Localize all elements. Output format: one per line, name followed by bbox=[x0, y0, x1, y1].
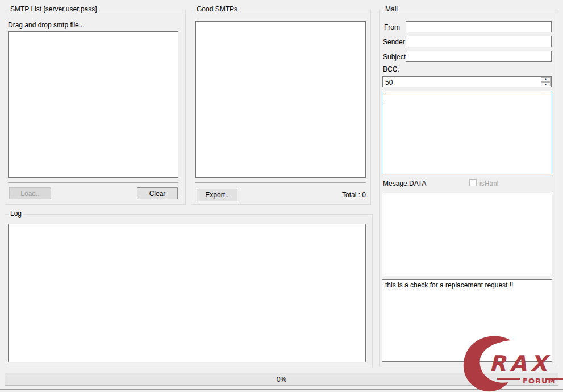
app-window: SMTP List [server,user,pass] Drag and dr… bbox=[0, 0, 563, 392]
smtp-listbox[interactable] bbox=[8, 31, 178, 178]
mail-group-title: Mail bbox=[383, 5, 399, 14]
progress-percent-label: 0% bbox=[277, 376, 286, 383]
drag-drop-hint: Drag and drop smtp file... bbox=[8, 21, 85, 29]
load-button[interactable]: Load.. bbox=[9, 187, 51, 199]
from-field[interactable] bbox=[406, 21, 552, 32]
good-smtps-group-title: Good SMTPs bbox=[195, 5, 239, 14]
subject-label: Subject bbox=[383, 53, 406, 61]
logo-main-text: RAX bbox=[489, 351, 551, 376]
message-data-label: Mesage:DATA bbox=[383, 180, 426, 187]
message-data-textarea[interactable] bbox=[382, 193, 552, 276]
smtp-list-group-title: SMTP List [server,user,pass] bbox=[9, 5, 99, 14]
logo-right-dash bbox=[545, 378, 563, 380]
bcc-stepper[interactable]: ▲ ▼ bbox=[382, 76, 552, 87]
ishtml-checkbox[interactable] bbox=[469, 179, 477, 186]
sender-label: Sender bbox=[383, 38, 405, 46]
chevron-up-icon[interactable]: ▲ bbox=[541, 77, 551, 82]
good-smtps-listbox[interactable] bbox=[195, 21, 366, 178]
ishtml-label: isHtml bbox=[479, 180, 498, 187]
clear-button[interactable]: Clear bbox=[137, 187, 178, 199]
good-smtps-separator bbox=[195, 182, 366, 183]
logo-left-dash bbox=[497, 378, 520, 380]
bcc-spin-buttons: ▲ ▼ bbox=[541, 77, 551, 86]
log-group-title: Log bbox=[9, 210, 23, 218]
total-count-label: Total : 0 bbox=[318, 191, 366, 199]
bcc-value-input[interactable] bbox=[383, 77, 541, 88]
log-listbox[interactable] bbox=[8, 224, 366, 362]
mail-body-textarea[interactable] bbox=[382, 91, 552, 174]
text-caret bbox=[386, 94, 386, 102]
sender-field[interactable] bbox=[406, 36, 552, 47]
from-label: From bbox=[384, 23, 400, 31]
crax-forum-logo: RAX FORUM bbox=[461, 332, 563, 392]
subject-field[interactable] bbox=[406, 51, 552, 62]
export-button[interactable]: Export.. bbox=[197, 189, 237, 201]
chevron-down-icon[interactable]: ▼ bbox=[541, 82, 551, 87]
bcc-label: BCC: bbox=[383, 65, 399, 73]
smtp-list-separator bbox=[8, 182, 178, 183]
